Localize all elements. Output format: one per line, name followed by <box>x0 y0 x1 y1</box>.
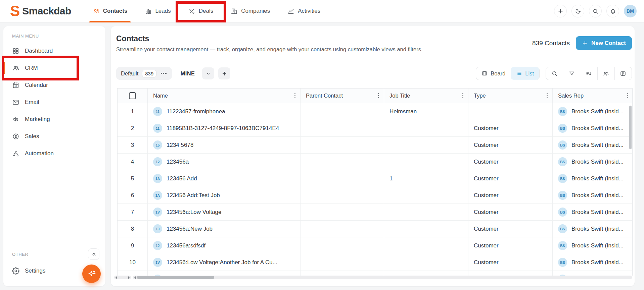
type-cell[interactable] <box>468 271 553 276</box>
type-cell[interactable]: Customer <box>468 187 553 204</box>
table-row[interactable]: 3151234 5678CustomerBSBrooks Swift (Insi… <box>118 137 632 154</box>
type-cell[interactable]: Customer <box>468 120 553 136</box>
job-title-cell[interactable] <box>384 254 468 271</box>
name-cell[interactable]: 1V123456a:Low Voltage <box>148 204 301 220</box>
type-cell[interactable]: Customer <box>468 137 553 153</box>
notifications-button[interactable] <box>606 5 619 17</box>
sales-rep-cell[interactable]: BSBrooks Swift (Insid... <box>553 204 633 220</box>
parent-contact-cell[interactable] <box>301 204 384 220</box>
tab-activities[interactable]: Activities <box>279 0 329 22</box>
vertical-scrollbar[interactable] <box>629 106 632 149</box>
type-cell[interactable]: Customer <box>468 254 553 271</box>
brand[interactable]: S Smackdab <box>10 4 71 18</box>
parent-contact-cell[interactable] <box>301 237 384 254</box>
name-cell[interactable]: 1A123456 Add <box>148 170 301 187</box>
filter-tool-button[interactable] <box>563 67 580 80</box>
name-cell[interactable]: 151234 5678 <box>148 137 301 153</box>
sidebar-item-dashboard[interactable]: Dashboard <box>3 43 105 59</box>
column-menu-icon[interactable] <box>545 92 549 100</box>
sales-rep-cell[interactable]: BSBrooks Swift (Insid... <box>553 120 633 136</box>
new-contact-button[interactable]: New Contact <box>576 36 632 50</box>
job-title-cell[interactable] <box>384 120 468 136</box>
job-title-cell[interactable] <box>384 137 468 153</box>
job-title-cell[interactable] <box>384 271 468 276</box>
sales-rep-cell[interactable]: BSBrooks Swift (Insid... <box>553 137 633 153</box>
parent-contact-cell[interactable] <box>301 120 384 136</box>
people-tool-button[interactable] <box>598 67 615 80</box>
sales-rep-cell[interactable]: BSBrooks Swift (Insid... <box>553 154 633 170</box>
sidebar-item-marketing[interactable]: Marketing <box>3 112 105 127</box>
name-cell[interactable]: 1V123456:Low Voltage:Another Job for A C… <box>148 254 301 271</box>
parent-contact-cell[interactable] <box>301 187 384 204</box>
list-view-toggle[interactable]: List <box>511 67 539 80</box>
search-button[interactable] <box>589 5 602 17</box>
horizontal-scrollbar-thumb[interactable] <box>137 276 214 279</box>
type-cell[interactable]: Customer <box>468 221 553 237</box>
job-title-cell[interactable] <box>384 237 468 254</box>
sales-rep-cell[interactable]: BSBrooks Swift (Insid... <box>553 237 633 254</box>
parent-contact-cell[interactable] <box>301 254 384 271</box>
sidebar-item-crm[interactable]: CRM <box>3 60 105 76</box>
sidebar-item-calendar[interactable]: 12Calendar <box>3 77 105 93</box>
table-row[interactable]: 21111895B1B-3127-4249-8F97-1063BC7914E4C… <box>118 120 632 137</box>
name-cell[interactable]: 12123456a:sdfsdf <box>148 237 301 254</box>
sales-rep-cell[interactable]: BSBrooks Swift (Insid... <box>553 170 633 187</box>
columns-tool-button[interactable] <box>615 67 632 80</box>
sales-rep-cell[interactable]: BSBrooks Swift (Insid... <box>553 221 633 237</box>
table-row[interactable]: 71V123456a:Low VoltageCustomerBSBrooks S… <box>118 204 632 221</box>
table-row[interactable]: 912123456a:sdfsdfCustomerBSBrooks Swift … <box>118 237 632 254</box>
frozen-horizontal-scrollbar[interactable] <box>114 276 131 279</box>
type-cell[interactable]: Customer <box>468 204 553 220</box>
scope-dropdown-button[interactable] <box>202 67 214 79</box>
parent-contact-cell[interactable] <box>301 221 384 237</box>
parent-contact-cell[interactable] <box>301 137 384 153</box>
sales-rep-cell[interactable]: BSBrooks Swift (Insid... <box>553 254 633 271</box>
table-row[interactable]: 11111223457-fromiphoneaHelmsmanBSBrooks … <box>118 103 632 120</box>
job-title-cell[interactable]: 1 <box>384 170 468 187</box>
job-title-cell[interactable] <box>384 221 468 237</box>
name-cell[interactable]: 1J123456a:New Job <box>148 221 301 237</box>
type-cell[interactable]: Customer <box>468 154 553 170</box>
table-row[interactable]: 412123456aCustomerBSBrooks Swift (Insid.… <box>118 154 632 170</box>
column-menu-icon[interactable] <box>626 92 630 100</box>
sidebar-item-email[interactable]: Email <box>3 95 105 110</box>
table-row[interactable]: 81J123456a:New JobCustomerBSBrooks Swift… <box>118 221 632 237</box>
column-menu-icon[interactable] <box>377 92 381 100</box>
search-tool-button[interactable] <box>546 67 563 80</box>
name-cell[interactable]: 1A123456 Add:Test Job <box>148 187 301 204</box>
job-title-cell[interactable] <box>384 154 468 170</box>
column-menu-icon[interactable] <box>293 92 297 100</box>
name-cell[interactable]: 12123456a <box>148 154 301 170</box>
type-cell[interactable]: Customer <box>468 170 553 187</box>
name-cell[interactable] <box>148 271 301 276</box>
tab-deals[interactable]: Deals <box>180 0 222 22</box>
horizontal-scrollbar[interactable] <box>133 276 632 279</box>
sales-rep-cell[interactable]: BSBrooks Swift (Insid... <box>553 103 633 120</box>
sidebar-item-automation[interactable]: Automation <box>3 146 105 161</box>
sort-tool-button[interactable] <box>580 67 597 80</box>
dark-mode-button[interactable] <box>571 5 584 17</box>
add-button[interactable] <box>554 5 567 17</box>
tab-leads[interactable]: Leads <box>136 0 179 22</box>
sales-rep-cell[interactable] <box>553 271 633 276</box>
sales-rep-cell[interactable]: BSBrooks Swift (Insid... <box>553 187 633 204</box>
tab-contacts[interactable]: Contacts <box>84 0 136 22</box>
view-menu-icon[interactable] <box>160 72 167 75</box>
type-cell[interactable]: Customer <box>468 237 553 254</box>
column-menu-icon[interactable] <box>461 92 465 100</box>
table-row[interactable]: 51A123456 Add1CustomerBSBrooks Swift (In… <box>118 170 632 187</box>
ai-assistant-fab[interactable] <box>82 265 101 283</box>
parent-contact-cell[interactable] <box>301 154 384 170</box>
collapse-sidebar-button[interactable] <box>88 248 99 260</box>
view-tab-default[interactable]: Default 839 <box>116 67 172 80</box>
add-view-button[interactable] <box>218 67 230 79</box>
job-title-cell[interactable] <box>384 187 468 204</box>
job-title-cell[interactable]: Helmsman <box>384 103 468 120</box>
job-title-cell[interactable] <box>384 204 468 220</box>
sidebar-item-sales[interactable]: Sales <box>3 129 105 144</box>
name-cell[interactable]: 1111223457-fromiphonea <box>148 103 301 120</box>
type-cell[interactable] <box>468 103 553 120</box>
user-avatar[interactable]: BM <box>624 5 637 17</box>
board-view-toggle[interactable]: Board <box>476 67 511 80</box>
parent-contact-cell[interactable] <box>301 170 384 187</box>
